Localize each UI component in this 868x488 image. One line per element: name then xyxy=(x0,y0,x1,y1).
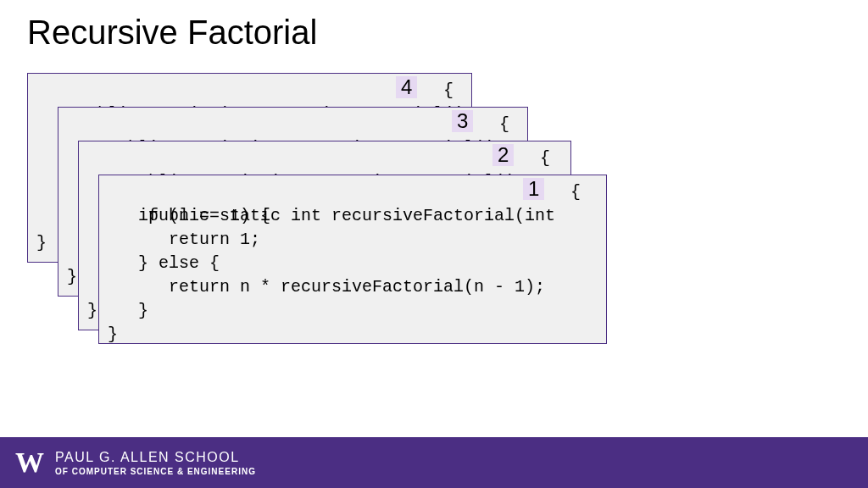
footer-line1: PAUL G. ALLEN SCHOOL xyxy=(55,450,256,465)
param-badge: 1 xyxy=(523,178,544,200)
code-closing-brace: } xyxy=(87,299,97,323)
footer-bar: W PAUL G. ALLEN SCHOOL OF COMPUTER SCIEN… xyxy=(0,437,868,488)
param-badge: 3 xyxy=(452,110,473,132)
uw-logo-icon: W xyxy=(15,448,43,477)
code-body: if (n == 1) { return 1; } else { return … xyxy=(108,204,545,347)
code-closing-brace: } xyxy=(36,231,47,255)
param-badge: 2 xyxy=(492,144,514,166)
code-signature-suffix: { xyxy=(560,180,581,204)
code-signature-suffix: { xyxy=(489,113,509,136)
code-signature-suffix: { xyxy=(433,79,453,103)
code-signature-suffix: { xyxy=(530,147,550,170)
footer-line2: OF COMPUTER SCIENCE & ENGINEERING xyxy=(55,467,256,476)
footer-text: PAUL G. ALLEN SCHOOL OF COMPUTER SCIENCE… xyxy=(55,450,256,476)
stack-frame-1: public static int recursiveFactorial(int… xyxy=(98,175,607,344)
param-badge: 4 xyxy=(396,76,417,98)
code-closing-brace: } xyxy=(67,265,77,289)
page-title: Recursive Factorial xyxy=(27,14,317,52)
